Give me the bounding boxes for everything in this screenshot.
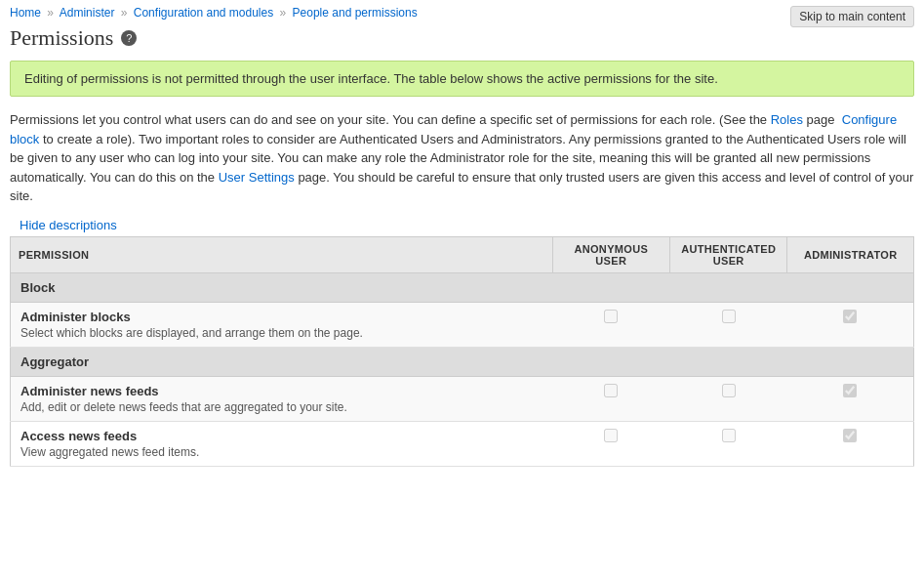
authenticated-checkbox — [722, 384, 736, 397]
page-header: Permissions ? — [0, 21, 924, 61]
skip-to-main-link[interactable]: Skip to main content — [790, 6, 914, 27]
col-header-permission: PERMISSION — [11, 236, 553, 272]
table-row: Administer news feedsAdd, edit or delete… — [11, 376, 914, 421]
breadcrumb-sep-2: » — [121, 6, 128, 20]
desc-text1: Permissions let you control what users c… — [10, 112, 767, 127]
breadcrumb-sep-3: » — [280, 6, 287, 20]
anonymous-checkbox — [604, 384, 618, 397]
anonymous-checkbox-cell — [552, 421, 669, 466]
administrator-checkbox-cell — [787, 302, 914, 347]
administrator-checkbox — [843, 384, 857, 397]
hide-descriptions-link[interactable]: Hide descriptions — [20, 218, 117, 232]
col-header-authenticated: AUTHENTICATED USER — [669, 236, 786, 272]
notice-box: Editing of permissions is not permitted … — [10, 61, 914, 97]
perm-name: Administer news feeds — [20, 384, 542, 398]
col-header-anonymous: ANONYMOUS USER — [552, 236, 669, 272]
breadcrumb-config-modules[interactable]: Configuration and modules — [134, 6, 273, 20]
table-row: Access news feedsView aggregated news fe… — [11, 421, 914, 466]
description-block: Permissions let you control what users c… — [10, 110, 914, 206]
col-header-administrator: ADMINISTRATOR — [787, 236, 914, 272]
perm-name-cell: Access news feedsView aggregated news fe… — [11, 421, 553, 466]
administrator-checkbox-cell — [787, 421, 914, 466]
breadcrumb-home[interactable]: Home — [10, 6, 41, 20]
section-row: Block — [11, 272, 914, 302]
breadcrumb-administer[interactable]: Administer — [60, 6, 115, 20]
authenticated-checkbox-cell — [669, 376, 786, 421]
perm-desc: Select which blocks are displayed, and a… — [20, 326, 542, 340]
anonymous-checkbox-cell — [552, 302, 669, 347]
permissions-table: PERMISSION ANONYMOUS USER AUTHENTICATED … — [10, 236, 914, 467]
help-icon[interactable]: ? — [121, 30, 137, 46]
administrator-checkbox-cell — [787, 376, 914, 421]
roles-link[interactable]: Roles — [771, 112, 803, 127]
anonymous-checkbox — [604, 310, 618, 323]
breadcrumb-people-permissions[interactable]: People and permissions — [293, 6, 418, 20]
breadcrumb: Home » Administer » Configuration and mo… — [0, 0, 924, 21]
anonymous-checkbox-cell — [552, 376, 669, 421]
authenticated-checkbox — [722, 310, 736, 323]
authenticated-checkbox-cell — [669, 302, 786, 347]
table-row: Administer blocksSelect which blocks are… — [11, 302, 914, 347]
perm-name-cell: Administer blocksSelect which blocks are… — [11, 302, 553, 347]
authenticated-checkbox-cell — [669, 421, 786, 466]
administrator-checkbox — [843, 310, 857, 323]
perm-name: Administer blocks — [20, 310, 542, 324]
authenticated-checkbox — [722, 429, 736, 442]
perm-name-cell: Administer news feedsAdd, edit or delete… — [11, 376, 553, 421]
desc-text2b: page — [807, 112, 835, 127]
perm-desc: View aggregated news feed items. — [20, 445, 542, 459]
perm-name: Access news feeds — [20, 429, 542, 443]
user-settings-link[interactable]: User Settings — [219, 170, 295, 185]
perm-desc: Add, edit or delete news feeds that are … — [20, 400, 542, 414]
breadcrumb-sep-1: » — [47, 6, 54, 20]
page-title: Permissions — [10, 25, 113, 51]
administrator-checkbox — [843, 429, 857, 442]
anonymous-checkbox — [604, 429, 618, 442]
section-row: Aggregator — [11, 347, 914, 376]
